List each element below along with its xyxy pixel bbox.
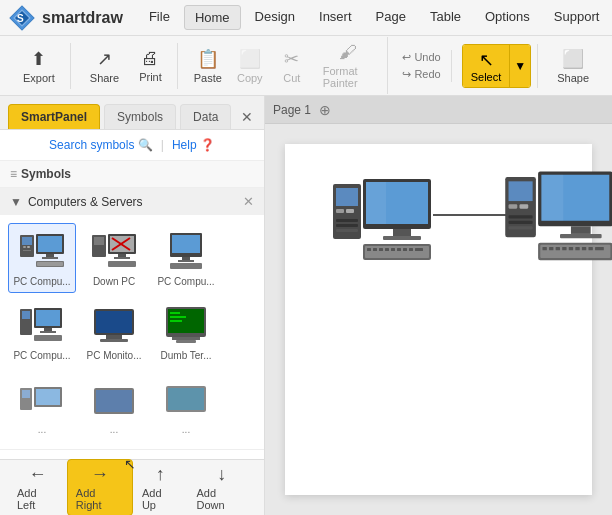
undo-redo-group: ↩ Undo ↪ Redo — [392, 50, 451, 82]
symbol-label-pc3: PC Compu... — [13, 350, 70, 362]
svg-rect-35 — [34, 335, 62, 341]
cut-icon: ✂ — [284, 48, 299, 70]
paste-icon: 📋 — [197, 48, 219, 70]
arrow-up-icon: ↑ — [156, 464, 165, 485]
page-label: Page 1 — [273, 103, 311, 117]
svg-rect-7 — [27, 246, 30, 248]
svg-rect-16 — [94, 237, 104, 245]
svg-text:S: S — [17, 12, 24, 24]
menu-design[interactable]: Design — [245, 5, 305, 30]
menu-support[interactable]: Support — [544, 5, 610, 30]
canvas-area: Page 1 ⊕ — [265, 96, 612, 515]
svg-rect-90 — [560, 234, 602, 238]
panel-tabs: SmartPanel Symbols Data ✕ — [0, 96, 264, 130]
add-down-button[interactable]: ↓ Add Down — [187, 459, 256, 515]
svg-rect-92 — [540, 245, 610, 258]
cursor-indicator: ↖ — [124, 456, 136, 472]
svg-rect-71 — [379, 248, 383, 251]
chevron-down-icon: ▼ — [514, 59, 526, 73]
toolbar: ⬆ Export ↗ Share 🖨 Print 📋 Paste ⬜ Copy … — [0, 36, 612, 96]
svg-rect-95 — [556, 247, 560, 250]
svg-rect-70 — [373, 248, 377, 251]
search-icon: 🔍 — [138, 138, 153, 152]
paste-button[interactable]: 📋 Paste — [188, 43, 228, 89]
cut-button[interactable]: ✂ Cut — [272, 43, 312, 89]
format-painter-button[interactable]: 🖌 Format Painter — [314, 37, 382, 94]
symbol-pc-monitor[interactable]: PC Monito... — [80, 297, 148, 367]
svg-rect-8 — [23, 250, 31, 251]
svg-rect-21 — [108, 261, 136, 267]
svg-rect-69 — [367, 248, 371, 251]
help-icon: ❓ — [200, 138, 215, 152]
svg-rect-60 — [336, 224, 358, 227]
select-button[interactable]: ↖ Select — [463, 45, 510, 87]
symbol-extra-3[interactable]: ... — [152, 371, 220, 441]
symbol-img-down-pc — [89, 230, 139, 274]
export-button[interactable]: ⬆ Export — [14, 43, 64, 89]
tab-symbols[interactable]: Symbols — [104, 104, 176, 129]
share-button[interactable]: ↗ Share — [81, 43, 128, 89]
svg-rect-6 — [23, 246, 26, 248]
svg-rect-73 — [391, 248, 395, 251]
search-symbols-link[interactable]: Search symbols 🔍 — [49, 138, 153, 152]
add-up-button[interactable]: ↑ Add Up — [133, 459, 188, 515]
symbol-img-monitor — [89, 304, 139, 348]
copy-button[interactable]: ⬜ Copy — [230, 43, 270, 89]
category-header[interactable]: ▼ Computers & Servers ✕ — [0, 188, 264, 215]
svg-rect-96 — [562, 247, 566, 250]
menu-table[interactable]: Table — [420, 5, 471, 30]
svg-rect-100 — [588, 247, 592, 250]
symbol-pc-computer-2[interactable]: PC Compu... — [152, 223, 220, 293]
symbol-down-pc[interactable]: Down PC — [80, 223, 148, 293]
add-page-button[interactable]: ⊕ — [319, 102, 331, 118]
menubar: S smartdraw File Home Design Insert Page… — [0, 0, 612, 36]
svg-rect-33 — [44, 328, 52, 331]
symbol-extra-1[interactable]: ... — [8, 371, 76, 441]
add-right-button[interactable]: → Add Right ↖ — [67, 459, 133, 515]
svg-rect-20 — [114, 257, 130, 259]
svg-rect-39 — [100, 339, 128, 342]
select-dropdown-button[interactable]: ▼ — [509, 45, 530, 87]
svg-rect-48 — [22, 390, 30, 398]
logo-icon: S — [8, 4, 36, 32]
symbol-pc-computer-1[interactable]: PC Compu... — [8, 223, 76, 293]
shape-button[interactable]: ⬜ Shape — [548, 43, 598, 89]
symbol-img-pc1 — [17, 230, 67, 274]
symbol-pc-computer-3[interactable]: PC Compu... — [8, 297, 76, 367]
svg-rect-82 — [519, 204, 528, 208]
add-left-button[interactable]: ← Add Left — [8, 459, 67, 515]
menu-insert[interactable]: Insert — [309, 5, 362, 30]
redo-button[interactable]: ↪ Redo — [398, 67, 444, 82]
svg-rect-84 — [509, 221, 533, 224]
select-cursor-icon: ↖ — [479, 49, 494, 71]
shape-group: ⬜ Shape — [542, 43, 604, 89]
svg-rect-45 — [170, 316, 186, 318]
svg-rect-89 — [571, 226, 591, 234]
undo-button[interactable]: ↩ Undo — [398, 50, 444, 65]
print-button[interactable]: 🖨 Print — [130, 43, 171, 88]
menu-options[interactable]: Options — [475, 5, 540, 30]
menu-page[interactable]: Page — [366, 5, 416, 30]
svg-rect-76 — [409, 248, 413, 251]
symbol-label-pc1: PC Compu... — [13, 276, 70, 288]
symbol-label-monitor: PC Monito... — [86, 350, 141, 362]
tab-smartpanel[interactable]: SmartPanel — [8, 104, 100, 129]
svg-rect-52 — [96, 390, 132, 412]
symbol-img-extra3 — [161, 378, 211, 422]
symbol-label-extra3: ... — [182, 424, 190, 436]
symbol-extra-2[interactable]: ... — [80, 371, 148, 441]
panel-close-button[interactable]: ✕ — [235, 107, 259, 127]
category-close-button[interactable]: ✕ — [243, 194, 254, 209]
svg-rect-19 — [118, 254, 126, 257]
arrow-right-icon: → — [91, 464, 109, 485]
svg-rect-80 — [509, 181, 533, 201]
tab-data[interactable]: Data — [180, 104, 231, 129]
canvas-computer-2 — [505, 166, 612, 281]
menu-home[interactable]: Home — [184, 5, 241, 30]
share-print-group: ↗ Share 🖨 Print — [75, 43, 178, 89]
symbol-img-pc3 — [17, 304, 67, 348]
help-link[interactable]: Help ❓ — [172, 138, 215, 152]
canvas[interactable] — [285, 144, 592, 495]
menu-file[interactable]: File — [139, 5, 180, 30]
symbol-dumb-terminal[interactable]: Dumb Ter... — [152, 297, 220, 367]
